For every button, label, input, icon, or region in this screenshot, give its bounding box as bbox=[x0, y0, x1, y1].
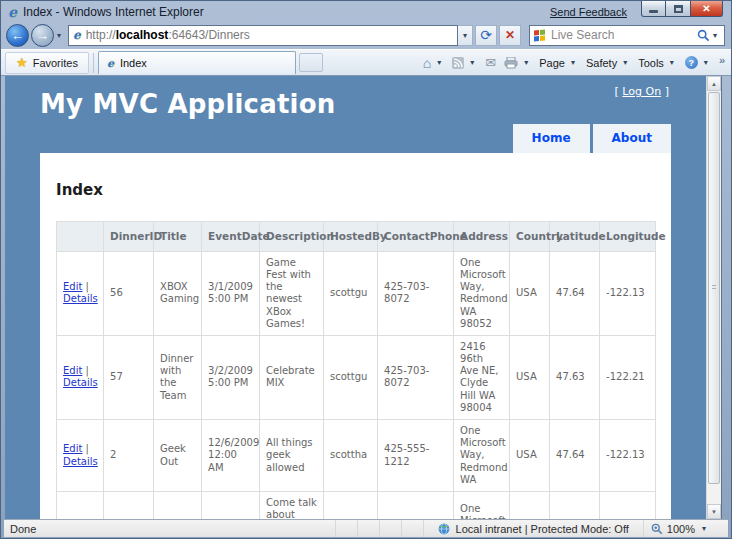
edit-link[interactable]: Edit bbox=[63, 365, 82, 376]
stop-button[interactable]: ✕ bbox=[499, 25, 521, 46]
longitude-cell: -122.21 bbox=[600, 335, 656, 419]
rss-feed-icon bbox=[452, 57, 464, 69]
zoom-dropdown-icon[interactable]: ▾ bbox=[702, 524, 706, 533]
column-header: HostedBy bbox=[324, 222, 378, 252]
search-input[interactable]: Live Search ▾ bbox=[529, 25, 725, 46]
address-bar[interactable]: e http://localhost:64643/Dinners bbox=[68, 25, 458, 46]
live-search-logo-icon bbox=[534, 29, 545, 41]
tab-title: Index bbox=[120, 57, 147, 69]
edit-link[interactable]: Edit bbox=[63, 281, 82, 292]
column-header: Address bbox=[454, 222, 510, 252]
scrollbar-track[interactable] bbox=[707, 91, 721, 504]
back-icon: ← bbox=[11, 29, 24, 42]
title-cell: .NET Futures bbox=[154, 491, 202, 519]
window-title: Index - Windows Internet Explorer bbox=[23, 5, 550, 19]
search-dropdown-icon[interactable]: ▾ bbox=[713, 31, 717, 40]
send-feedback-link[interactable]: Send Feedback bbox=[550, 6, 627, 18]
scroll-up-icon: ▲ bbox=[711, 81, 717, 87]
country-cell: USA bbox=[510, 420, 550, 492]
read-mail-button[interactable]: ✉ bbox=[483, 54, 498, 71]
chevron-down-icon: ▾ bbox=[670, 58, 674, 67]
country-cell: USA bbox=[510, 335, 550, 419]
tools-menu-button[interactable]: Tools ▾ bbox=[636, 55, 679, 71]
tab-favicon-icon: e bbox=[107, 58, 114, 69]
address-cell: 2416 96th Ave NE, Clyde Hill WA 98004 bbox=[454, 335, 510, 419]
zone-text: Local intranet | Protected Mode: Off bbox=[456, 523, 629, 535]
longitude-cell: -122.13 bbox=[600, 251, 656, 335]
log-on-link[interactable]: Log On bbox=[622, 85, 661, 98]
address-cell: One Microsoft Way, Redmond WA bbox=[454, 491, 510, 519]
maximize-icon bbox=[674, 5, 683, 13]
event-date-cell: 3/2/2009 5:00 PM bbox=[202, 335, 260, 419]
column-header bbox=[57, 222, 104, 252]
hosted-by-cell: scottha bbox=[324, 420, 378, 492]
country-cell: USA bbox=[510, 251, 550, 335]
security-zone[interactable]: Local intranet | Protected Mode: Off bbox=[423, 520, 643, 537]
title-cell: XBOX Gaming bbox=[154, 251, 202, 335]
edit-link[interactable]: Edit bbox=[63, 443, 82, 454]
refresh-button[interactable]: ⟳ bbox=[475, 25, 497, 46]
scroll-down-button[interactable]: ▼ bbox=[707, 504, 721, 519]
status-segment bbox=[335, 520, 357, 537]
main-content: Index DinnerID Title EventDate Desc bbox=[40, 153, 671, 519]
column-header: ContactPhone bbox=[378, 222, 454, 252]
hosted-by-cell: scottgu bbox=[324, 491, 378, 519]
details-link[interactable]: Details bbox=[63, 377, 98, 388]
ie-logo-icon[interactable]: e bbox=[8, 5, 17, 19]
globe-icon bbox=[438, 523, 450, 535]
help-menu-button[interactable]: ? ▾ bbox=[683, 54, 713, 71]
menu-item-about[interactable]: About bbox=[593, 124, 671, 153]
scroll-up-button[interactable]: ▲ bbox=[707, 76, 721, 91]
back-button[interactable]: ← bbox=[6, 24, 29, 47]
page-viewport: [ Log On ] My MVC Application Home About… bbox=[5, 76, 706, 519]
toolbar-overflow-icon[interactable]: » bbox=[719, 54, 725, 66]
chevron-down-icon: ▾ bbox=[463, 31, 467, 40]
menu-item-home[interactable]: Home bbox=[513, 124, 590, 153]
favorites-button[interactable]: ★ Favorites bbox=[5, 52, 89, 74]
status-segment bbox=[379, 520, 401, 537]
stop-icon: ✕ bbox=[505, 29, 515, 41]
longitude-cell: -122.13 bbox=[600, 420, 656, 492]
event-date-cell: 12/6/2009 12:00 AM bbox=[202, 420, 260, 492]
minimize-button[interactable] bbox=[641, 1, 666, 17]
command-bar: ⌂ ▾ ▾ ✉ ▾ Page ▾ Safety ▾ bbox=[421, 54, 727, 72]
column-header: Latitude bbox=[550, 222, 600, 252]
home-button[interactable]: ⌂ ▾ bbox=[421, 54, 446, 72]
star-icon: ★ bbox=[16, 56, 28, 69]
zoom-control[interactable]: 100% ▾ bbox=[643, 520, 716, 537]
status-segment bbox=[357, 520, 379, 537]
column-header: Title bbox=[154, 222, 202, 252]
tab-index[interactable]: e Index bbox=[98, 51, 296, 74]
vertical-scrollbar[interactable]: ▲ ▼ bbox=[706, 76, 721, 519]
event-date-cell: 12/6/2009 5:00 PM bbox=[202, 491, 260, 519]
new-tab-button[interactable] bbox=[299, 53, 323, 72]
details-link[interactable]: Details bbox=[63, 293, 98, 304]
details-link[interactable]: Details bbox=[63, 456, 98, 467]
url-text: http://localhost:64643/Dinners bbox=[86, 28, 453, 42]
help-icon: ? bbox=[685, 56, 698, 69]
resize-grip[interactable] bbox=[716, 520, 728, 537]
dinners-table: DinnerID Title EventDate Description Hos… bbox=[56, 221, 656, 519]
forward-button[interactable]: → bbox=[31, 24, 54, 47]
country-cell: USA bbox=[510, 491, 550, 519]
zoom-icon bbox=[651, 523, 663, 535]
maximize-button[interactable] bbox=[666, 1, 691, 17]
contact-phone-cell: 425-703-8072 bbox=[378, 251, 454, 335]
address-dropdown-button[interactable]: ▾ bbox=[458, 25, 473, 46]
address-cell: One Microsoft Way, Redmond WA 98052 bbox=[454, 251, 510, 335]
search-icon[interactable] bbox=[697, 29, 710, 42]
page-menu-label: Page bbox=[539, 57, 565, 69]
print-button[interactable]: ▾ bbox=[502, 55, 533, 71]
favicon-icon: e bbox=[73, 29, 81, 41]
scrollbar-grip-icon bbox=[712, 285, 716, 291]
feeds-button[interactable]: ▾ bbox=[450, 55, 479, 71]
history-dropdown-icon[interactable]: ▾ bbox=[57, 31, 61, 40]
browser-body: [ Log On ] My MVC Application Home About… bbox=[5, 76, 722, 519]
forward-icon: → bbox=[36, 29, 49, 42]
safety-menu-button[interactable]: Safety ▾ bbox=[584, 55, 632, 71]
scrollbar-thumb[interactable] bbox=[708, 92, 720, 484]
page-menu-button[interactable]: Page ▾ bbox=[537, 55, 580, 71]
latitude-cell: 47.64 bbox=[550, 491, 600, 519]
actions-cell: Edit | Details bbox=[57, 491, 104, 519]
close-button[interactable]: ✕ bbox=[691, 1, 723, 17]
